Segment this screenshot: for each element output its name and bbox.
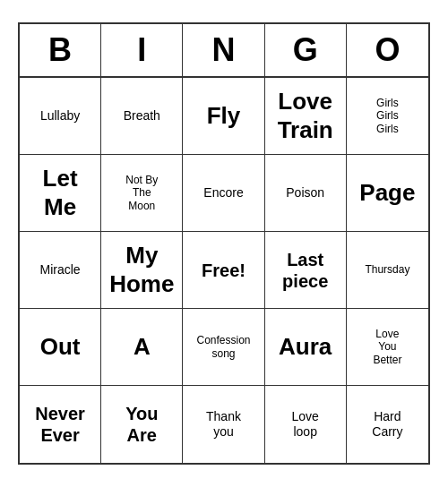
bingo-cell[interactable]: Lullaby bbox=[20, 78, 101, 155]
cell-label: Breath bbox=[124, 108, 160, 124]
cell-label: Not By The Moon bbox=[125, 174, 158, 212]
cell-label: Thursday bbox=[365, 263, 409, 276]
bingo-cell[interactable]: Hard Carry bbox=[347, 386, 428, 463]
bingo-cell[interactable]: Not By The Moon bbox=[101, 155, 183, 232]
header-letter: B bbox=[20, 24, 101, 76]
cell-label: Free! bbox=[202, 260, 246, 281]
header-letter: G bbox=[265, 24, 347, 76]
bingo-cell[interactable]: Girls Girls Girls bbox=[347, 78, 428, 155]
bingo-cell[interactable]: Love You Better bbox=[347, 309, 428, 386]
cell-label: Thank you bbox=[206, 409, 241, 440]
cell-label: Girls Girls Girls bbox=[376, 97, 399, 135]
cell-label: Love Train bbox=[278, 88, 333, 143]
bingo-cell[interactable]: Breath bbox=[101, 78, 183, 155]
bingo-cell[interactable]: You Are bbox=[101, 386, 183, 463]
cell-label: Out bbox=[40, 333, 81, 361]
bingo-cell[interactable]: Let Me bbox=[20, 155, 101, 232]
bingo-cell[interactable]: A bbox=[101, 309, 183, 386]
cell-label: Aura bbox=[279, 333, 332, 361]
bingo-cell[interactable]: Encore bbox=[183, 155, 264, 232]
cell-label: Hard Carry bbox=[372, 409, 402, 440]
bingo-cell[interactable]: Never Ever bbox=[20, 386, 101, 463]
cell-label: Love You Better bbox=[373, 328, 401, 366]
cell-label: Page bbox=[359, 179, 415, 207]
bingo-cell[interactable]: Free! bbox=[183, 232, 264, 309]
cell-label: Never Ever bbox=[35, 403, 85, 446]
bingo-cell[interactable]: Miracle bbox=[20, 232, 101, 309]
bingo-cell[interactable]: Thursday bbox=[347, 232, 428, 309]
bingo-card: BINGO LullabyBreathFlyLove TrainGirls Gi… bbox=[18, 22, 430, 465]
cell-label: Love loop bbox=[292, 409, 319, 440]
cell-label: Fly bbox=[207, 102, 241, 130]
bingo-cell[interactable]: Love Train bbox=[265, 78, 347, 155]
bingo-header: BINGO bbox=[20, 24, 428, 78]
cell-label: My Home bbox=[109, 242, 174, 297]
bingo-cell[interactable]: Thank you bbox=[183, 386, 264, 463]
cell-label: You Are bbox=[125, 403, 158, 446]
cell-label: Confession song bbox=[196, 334, 250, 360]
bingo-cell[interactable]: Aura bbox=[265, 309, 347, 386]
bingo-cell[interactable]: Last piece bbox=[265, 232, 347, 309]
bingo-cell[interactable]: Love loop bbox=[265, 386, 347, 463]
bingo-cell[interactable]: Page bbox=[347, 155, 428, 232]
bingo-cell[interactable]: Confession song bbox=[183, 309, 264, 386]
cell-label: A bbox=[134, 333, 151, 361]
cell-label: Let Me bbox=[43, 165, 78, 220]
bingo-grid: LullabyBreathFlyLove TrainGirls Girls Gi… bbox=[20, 78, 428, 463]
bingo-cell[interactable]: My Home bbox=[101, 232, 183, 309]
cell-label: Miracle bbox=[40, 262, 81, 278]
cell-label: Poison bbox=[286, 185, 324, 201]
cell-label: Encore bbox=[203, 185, 243, 201]
cell-label: Lullaby bbox=[40, 108, 80, 124]
cell-label: Last piece bbox=[282, 249, 328, 292]
bingo-cell[interactable]: Poison bbox=[265, 155, 347, 232]
bingo-cell[interactable]: Out bbox=[20, 309, 101, 386]
header-letter: I bbox=[101, 24, 183, 76]
header-letter: O bbox=[347, 24, 428, 76]
header-letter: N bbox=[183, 24, 264, 76]
bingo-cell[interactable]: Fly bbox=[183, 78, 264, 155]
